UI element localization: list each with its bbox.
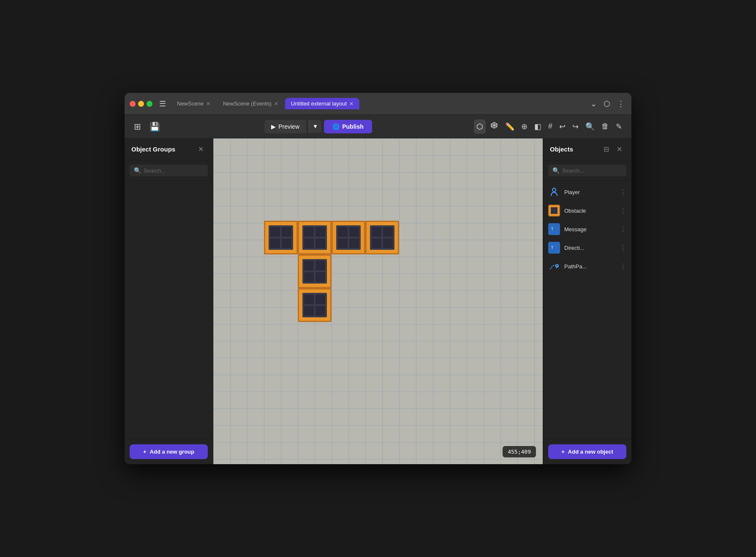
player-icon bbox=[548, 186, 560, 198]
object-item-obstacle[interactable]: Obstacle ⋮ bbox=[543, 201, 631, 220]
obstacle-icon bbox=[548, 205, 560, 216]
play-icon: ▶ bbox=[271, 123, 276, 130]
toolbar: ⊞ 💾 ▶ Preview ▼ 🌐 Publish ⬡ ✏️ ⊕ bbox=[125, 115, 631, 138]
object-menu-directi[interactable]: ⋮ bbox=[620, 244, 626, 252]
zoom-button[interactable]: 🔍 bbox=[583, 119, 597, 134]
svg-point-0 bbox=[552, 188, 556, 192]
object-item-player[interactable]: Player ⋮ bbox=[543, 183, 631, 201]
publish-button[interactable]: 🌐 Publish bbox=[324, 120, 372, 133]
app-window: ☰ NewScene ✕ NewScene (Events) ✕ Untitle… bbox=[125, 93, 631, 464]
grid-button[interactable]: # bbox=[546, 119, 555, 133]
objects-header: Objects ⊟ ✕ bbox=[543, 138, 631, 160]
obstacle-block[interactable] bbox=[264, 221, 298, 254]
tab-newscene-events[interactable]: NewScene (Events) ✕ bbox=[217, 98, 284, 109]
object-groups-footer: + Add a new group bbox=[125, 439, 213, 464]
coords-display: 455;409 bbox=[503, 446, 536, 457]
objects-title: Objects bbox=[550, 146, 573, 153]
point-tool-button[interactable]: ⊕ bbox=[519, 119, 530, 134]
object-menu-player[interactable]: ⋮ bbox=[620, 188, 626, 196]
object-groups-search-input[interactable] bbox=[144, 168, 204, 174]
object-item-pathpa[interactable]: PathPa... ⋮ bbox=[543, 257, 631, 276]
search-icon: 🔍 bbox=[552, 167, 560, 174]
undo-button[interactable]: ↩ bbox=[557, 119, 568, 134]
tab-close-newscene[interactable]: ✕ bbox=[206, 101, 210, 107]
obstacle-block[interactable] bbox=[298, 288, 332, 322]
tabs-container: NewScene ✕ NewScene (Events) ✕ Untitled … bbox=[171, 98, 582, 109]
message-icon: T bbox=[548, 223, 560, 235]
toolbar-right: ⬡ ✏️ ⊕ ◧ # ↩ ↪ 🔍 🗑 ✎ bbox=[474, 119, 625, 134]
paint-tool-button[interactable]: ✏️ bbox=[503, 119, 517, 134]
objects-close[interactable]: ✕ bbox=[614, 144, 625, 154]
object-groups-search-container: 🔍 bbox=[125, 160, 213, 181]
toolbar-left: ⊞ 💾 bbox=[131, 119, 163, 134]
plus-icon: + bbox=[143, 449, 147, 455]
tab-close-untitled[interactable]: ✕ bbox=[349, 101, 354, 107]
main-content: Object Groups ✕ 🔍 + Add a new group bbox=[125, 138, 631, 464]
canvas-area[interactable]: 455;409 bbox=[213, 138, 543, 464]
delete-button[interactable]: 🗑 bbox=[599, 119, 612, 133]
object-groups-header: Object Groups ✕ bbox=[125, 138, 213, 160]
redo-button[interactable]: ↪ bbox=[570, 119, 581, 134]
object-groups-title: Object Groups bbox=[131, 146, 175, 153]
title-bar-actions: ⌄ ⬡ ⋮ bbox=[589, 97, 626, 110]
more-icon[interactable]: ⋮ bbox=[615, 97, 626, 110]
preview-button[interactable]: ▶ Preview bbox=[264, 120, 306, 133]
right-panel: Objects ⊟ ✕ 🔍 bbox=[543, 138, 631, 464]
traffic-lights bbox=[130, 101, 152, 107]
object-menu-message[interactable]: ⋮ bbox=[620, 225, 626, 233]
objects-list: Player ⋮ Obstacle ⋮ bbox=[543, 181, 631, 439]
object-groups-list bbox=[125, 181, 213, 439]
layout-icon[interactable]: ⊞ bbox=[131, 119, 144, 134]
pathpa-icon bbox=[548, 260, 560, 272]
menu-icon[interactable]: ☰ bbox=[159, 99, 166, 108]
object-menu-obstacle[interactable]: ⋮ bbox=[620, 207, 626, 215]
objects-search-box: 🔍 bbox=[548, 165, 626, 176]
select-tool-button[interactable]: ⬡ bbox=[474, 119, 486, 134]
directi-icon: T bbox=[548, 242, 560, 254]
object-groups-search-box: 🔍 bbox=[130, 165, 208, 176]
extensions-icon[interactable]: ⬡ bbox=[602, 97, 612, 110]
left-panel: Object Groups ✕ 🔍 + Add a new group bbox=[125, 138, 213, 464]
canvas-grid: 455;409 bbox=[213, 138, 543, 464]
objects-footer: + Add a new object bbox=[543, 439, 631, 464]
tab-newscene[interactable]: NewScene ✕ bbox=[171, 98, 216, 109]
svg-text:T: T bbox=[551, 246, 553, 250]
toolbar-center: ▶ Preview ▼ 🌐 Publish bbox=[166, 120, 470, 133]
svg-text:T: T bbox=[551, 227, 553, 231]
obstacle-block[interactable] bbox=[332, 221, 365, 254]
close-button[interactable] bbox=[130, 101, 136, 107]
add-object-button[interactable]: + Add a new object bbox=[548, 444, 626, 459]
add-group-button[interactable]: + Add a new group bbox=[130, 444, 208, 459]
object-item-message[interactable]: T Message ⋮ bbox=[543, 220, 631, 238]
obstacle-block[interactable] bbox=[298, 221, 332, 254]
plus-icon: + bbox=[561, 449, 565, 455]
maximize-button[interactable] bbox=[147, 101, 152, 107]
objects-search-container: 🔍 bbox=[543, 160, 631, 181]
layers-button[interactable]: ◧ bbox=[532, 119, 544, 134]
chevron-down-icon[interactable]: ⌄ bbox=[589, 97, 598, 110]
title-bar: ☰ NewScene ✕ NewScene (Events) ✕ Untitle… bbox=[125, 93, 631, 115]
object-item-directi[interactable]: T Directi... ⋮ bbox=[543, 238, 631, 257]
object-menu-pathpa[interactable]: ⋮ bbox=[620, 262, 626, 270]
filter-icon[interactable]: ⊟ bbox=[601, 144, 612, 154]
obstacle-block[interactable] bbox=[298, 254, 332, 288]
save-icon[interactable]: 💾 bbox=[147, 119, 163, 134]
tab-close-newscene-events[interactable]: ✕ bbox=[274, 101, 278, 107]
edit-button[interactable]: ✎ bbox=[613, 119, 625, 134]
search-icon: 🔍 bbox=[134, 167, 141, 174]
globe-icon: 🌐 bbox=[332, 123, 340, 130]
minimize-button[interactable] bbox=[138, 101, 144, 107]
3d-view-button[interactable] bbox=[487, 119, 501, 134]
obstacle-block[interactable] bbox=[365, 221, 399, 254]
tab-untitled-external-layout[interactable]: Untitled external layout ✕ bbox=[285, 98, 359, 109]
preview-dropdown-button[interactable]: ▼ bbox=[309, 120, 321, 133]
object-groups-close[interactable]: ✕ bbox=[196, 144, 206, 154]
objects-search-input[interactable] bbox=[562, 168, 622, 174]
